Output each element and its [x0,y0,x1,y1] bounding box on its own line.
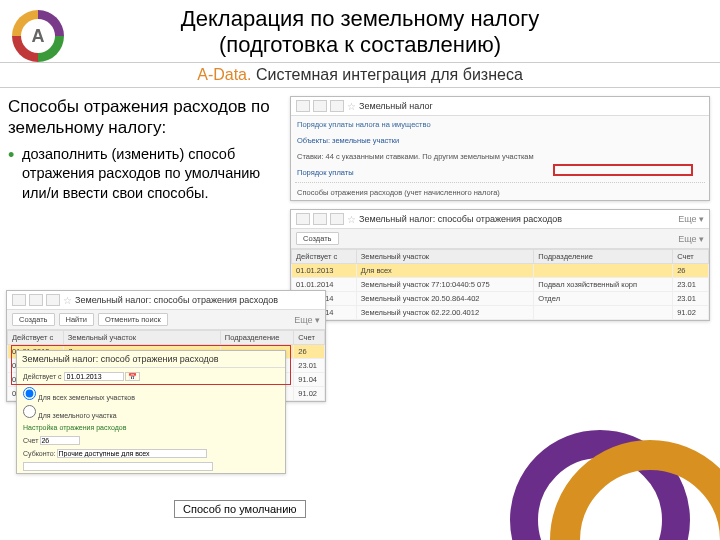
col-land[interactable]: Земельный участок [356,250,534,264]
back-icon[interactable] [29,294,43,306]
slide-title-1: Декларация по земельному налогу [0,6,720,32]
radio-one-land[interactable] [23,405,36,418]
rates-text: Ставки: 44 с указанными ставками. По дру… [291,148,709,165]
star-icon[interactable]: ☆ [63,295,72,306]
subconto-label: Субконто: [23,450,56,457]
cancel-find-button[interactable]: Отменить поиск [98,313,168,326]
more-menu[interactable]: Еще ▾ [294,315,320,325]
find-button[interactable]: Найти [59,313,94,326]
section-heading: Способы отражения расходов по земельному… [8,96,280,139]
link-objects[interactable]: Объекты: земельные участки [291,133,709,148]
star-icon[interactable]: ☆ [347,101,356,112]
table-row[interactable]: 01.01.2014Земельный участок 77:10:0440:5… [292,278,709,292]
col-land[interactable]: Земельный участок [63,331,220,345]
star-icon[interactable]: ☆ [347,214,356,225]
home-icon[interactable] [296,213,310,225]
help-text: Порядок уплаты налога на имущество [291,116,709,133]
expense-ways-text: Способы отражения расходов (учет начисле… [291,185,709,200]
create-button[interactable]: Создать [12,313,55,326]
bullet-item: дозаполнить (изменить) способ отражения … [8,145,280,204]
home-icon[interactable] [12,294,26,306]
col-dept[interactable]: Подразделение [220,331,293,345]
section-header: Настройка отражения расходов [17,421,285,434]
home-icon[interactable] [296,100,310,112]
account-field[interactable] [40,436,80,445]
subconto-field[interactable] [57,449,207,458]
highlight-box-1 [553,164,693,176]
highlight-box-2 [11,345,291,385]
back-icon[interactable] [313,100,327,112]
col-date[interactable]: Действует с [292,250,357,264]
back-icon[interactable] [313,213,327,225]
forward-icon[interactable] [330,100,344,112]
col-account[interactable]: Счет [294,331,325,345]
brand-subtitle: A-Data. Системная интеграция для бизнеса [0,62,720,88]
window-expense-ways: ☆ Земельный налог: способы отражения рас… [290,209,710,321]
expense-table: Действует с Земельный участок Подразделе… [291,249,709,320]
radio-all-lands[interactable] [23,387,36,400]
window-title: Земельный налог [359,101,433,111]
forward-icon[interactable] [330,213,344,225]
more-menu[interactable]: Еще ▾ [678,234,704,244]
col-date[interactable]: Действует с [8,331,64,345]
more-menu[interactable]: Еще ▾ [678,214,704,224]
window-title: Земельный налог: способы отражения расхо… [75,295,278,305]
window-title: Земельный налог: способы отражения расхо… [359,214,562,224]
window-land-tax: ☆ Земельный налог Порядок уплаты налога … [290,96,710,201]
table-row[interactable]: 01.01.2013Для всех26 [292,264,709,278]
subconto-field-2[interactable] [23,462,213,471]
slide-title-2: (подготовка к составлению) [0,32,720,58]
create-button[interactable]: Создать [296,232,339,245]
col-account[interactable]: Счет [673,250,709,264]
col-dept[interactable]: Подразделение [534,250,673,264]
table-row[interactable]: 01.01.2014Земельный участок 20.50.864-40… [292,292,709,306]
default-way-label: Способ по умолчанию [174,500,306,518]
forward-icon[interactable] [46,294,60,306]
popup-expense-way: Земельный налог: способ отражения расход… [16,350,286,474]
account-label: Счет [23,437,39,444]
table-row[interactable]: 01.01.2014Земельный участок 62.22.00.401… [292,306,709,320]
